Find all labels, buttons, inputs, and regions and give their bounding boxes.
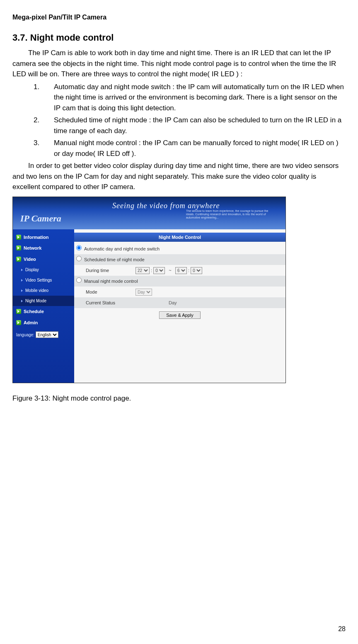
language-row: language: English [13,328,74,341]
language-select[interactable]: English [36,331,58,338]
sidebar-sub-mobile-video[interactable]: Mobile video [13,285,74,296]
arrow-icon [21,269,23,271]
radio-manual[interactable] [76,277,82,283]
row-mode: Mode Day [74,287,285,297]
sidebar-item-network[interactable]: Network [13,243,74,254]
arrow-icon [21,289,23,292]
radio-auto[interactable] [76,245,82,250]
sched-hour-start[interactable]: 22 [135,267,150,274]
banner-title: IP Camera [20,211,61,225]
section-heading: 3.7. Night mode control [12,31,346,44]
figure-caption: Figure 3-13: Night mode control page. [12,393,346,404]
content-panel: Night Mode Control Automatic day and nig… [74,229,285,383]
save-apply-button[interactable]: Save & Apply [159,311,200,319]
row-during: During time 22 : 0 ~ 6 : 0 [74,265,285,276]
figure-screenshot: Seeing the video from anywhere IP Camera… [12,197,346,383]
row-manual: Manual night mode control [74,276,285,287]
sidebar-item-video[interactable]: Video [13,254,74,265]
radio-scheduled[interactable] [76,256,82,261]
mode-label: Mode [86,289,135,296]
label-manual: Manual night mode control [83,278,285,285]
mode-list: Automatic day and night mode switch : th… [12,82,346,159]
doc-header: Mega-pixel Pan/Tilt IP Camera [12,12,346,22]
time-separator: ~ [169,268,171,273]
label-scheduled: Scheduled time of night mode [83,256,285,263]
row-scheduled: Scheduled time of night mode [74,254,285,265]
sched-min-end[interactable]: 0 [191,267,202,274]
row-auto: Automatic day and night mode switch [74,243,285,254]
label-auto: Automatic day and night mode switch [83,245,285,253]
bullet-icon [16,257,21,262]
sidebar-sub-video-settings[interactable]: Video Settings [13,275,74,285]
panel-title: Night Mode Control [74,233,285,242]
section-number: 3.7. [12,32,28,43]
list-item: Automatic day and night mode switch : th… [41,82,346,114]
arrow-icon [21,279,23,282]
section-title: Night mode control [30,32,114,43]
sched-min-start[interactable]: 0 [153,267,165,274]
language-label: language: [16,333,34,337]
bullet-icon [16,320,21,325]
mode-select[interactable]: Day [135,289,152,296]
banner: Seeing the video from anywhere IP Camera… [13,197,285,229]
sidebar-item-schedule[interactable]: Schedule [13,306,74,317]
para-2: In order to get better video color displ… [12,160,346,192]
sidebar-item-information[interactable]: Information [13,232,74,243]
list-item: Scheduled time of night mode : the IP Ca… [41,115,346,136]
sidebar-sub-display[interactable]: Display [13,265,74,275]
sidebar: Information Network Video Display Video … [13,229,74,383]
row-status: Current Status Day [74,297,285,308]
app-window: Seeing the video from anywhere IP Camera… [12,197,286,383]
arrow-icon [21,300,23,302]
bullet-icon [16,245,21,250]
status-value: Day [169,299,285,306]
bullet-icon [16,309,21,314]
status-label: Current Status [86,299,169,306]
intro-paragraph: The IP Cam is able to work both in day t… [12,48,346,80]
during-label: During time [86,267,135,274]
sidebar-item-admin[interactable]: Admin [13,317,74,328]
bullet-icon [16,235,21,240]
banner-filler-text: The window to learn from experience, the… [186,209,277,219]
sidebar-sub-night-mode[interactable]: Night Mode [13,296,74,306]
list-item: Manual night mode control : the IP Cam c… [41,138,346,159]
sched-hour-end[interactable]: 6 [175,267,187,274]
